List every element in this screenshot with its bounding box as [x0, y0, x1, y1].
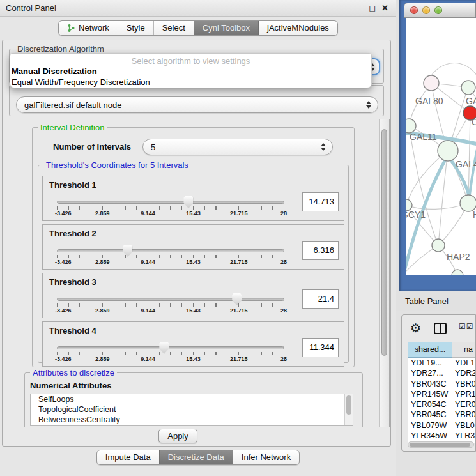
threshold-value-field[interactable]: 14.713 — [302, 192, 339, 211]
dropdown-option-manual[interactable]: Manual Discretization — [12, 66, 97, 76]
table-row[interactable]: YLR345WYLR3 — [408, 431, 476, 441]
threshold-label: Threshold 4 — [49, 326, 96, 335]
slider-track[interactable] — [57, 346, 284, 349]
tab-cyni-toolbox[interactable]: Cyni Toolbox — [194, 21, 258, 35]
table-row[interactable]: YDR27...YDR2 — [408, 368, 476, 378]
panel-scrollbar[interactable] — [379, 119, 389, 427]
network-node-green[interactable] — [432, 239, 445, 252]
numerical-attributes-list[interactable]: SelfLoopsTopologicalCoefficientBetweenne… — [30, 394, 353, 426]
cell-name[interactable]: YDL1 — [452, 358, 476, 368]
table-row[interactable]: YBR045CYBR0 — [408, 410, 476, 420]
table-data-value: galFiltered.sif default node — [24, 97, 121, 113]
threshold-slider[interactable]: -3.4262.8599.14415.4321.71528 — [57, 342, 284, 365]
dropdown-option-equal-width[interactable]: Equal Width/Frequency Discretization — [12, 77, 150, 87]
cell-name[interactable]: YLR3 — [452, 431, 476, 441]
network-window-titlebar[interactable] — [404, 3, 476, 18]
threshold-value-field[interactable]: 11.344 — [302, 338, 339, 357]
table-row[interactable]: YBR043CYBR0 — [408, 379, 476, 389]
control-panel: Control Panel ◻ ✕ NetworkStyleSelectCyni… — [0, 0, 396, 476]
tab-infer-network[interactable]: Infer Network — [233, 450, 299, 464]
cell-shared-name[interactable]: YER054C — [408, 399, 452, 410]
column-layout-icon[interactable] — [434, 323, 447, 334]
mac-zoom-icon[interactable] — [434, 6, 442, 14]
network-node-green[interactable] — [438, 141, 458, 161]
tick-label: 9.144 — [141, 259, 155, 265]
mac-minimize-icon[interactable] — [422, 6, 430, 14]
slider-track[interactable] — [57, 201, 284, 204]
table-row[interactable]: YBL079WYBL0 — [408, 420, 476, 431]
tab-impute-data[interactable]: Impute Data — [97, 450, 159, 464]
network-node-green[interactable] — [461, 81, 475, 95]
threshold-slider[interactable]: -3.4262.8599.14415.4321.71528 — [57, 196, 284, 219]
close-panel-icon[interactable]: ✕ — [381, 4, 388, 12]
attribute-item[interactable]: TopologicalCoefficient — [31, 404, 353, 415]
slider-ticks — [57, 352, 284, 355]
slider-track[interactable] — [57, 298, 284, 301]
mac-close-icon[interactable] — [410, 6, 418, 14]
tab-label: Style — [127, 21, 145, 35]
threshold-3-box: Threshold 3-3.4262.8599.14415.4321.71528… — [42, 273, 344, 318]
network-node-green[interactable] — [452, 270, 463, 275]
tick-label: 21.715 — [230, 307, 248, 314]
threshold-slider[interactable]: -3.4262.8599.14415.4321.71528 — [57, 245, 284, 268]
cell-name[interactable]: YBR0 — [452, 379, 476, 389]
threshold-label: Threshold 3 — [49, 277, 96, 287]
tick-label: 15.43 — [186, 307, 201, 314]
network-node-pink[interactable] — [424, 75, 439, 91]
tab-style[interactable]: Style — [118, 21, 153, 35]
slider-tick-labels: -3.4262.8599.14415.4321.71528 — [57, 210, 284, 217]
table-data-combobox[interactable]: galFiltered.sif default node — [16, 96, 378, 113]
cell-shared-name[interactable]: YLR345W — [408, 431, 452, 441]
network-canvas[interactable]: GAL80GACGAL11GAL4GCY1HHAP2 — [406, 18, 476, 275]
number-of-intervals-combobox[interactable]: 5 — [142, 139, 333, 155]
cell-shared-name[interactable]: YPR145W — [408, 389, 452, 399]
column-header-shared-name[interactable]: shared... — [408, 342, 452, 358]
table-row[interactable]: YER054CYER0 — [408, 399, 476, 410]
float-window-icon[interactable]: ◻ — [369, 4, 376, 12]
gear-icon[interactable]: ⚙ — [410, 320, 421, 337]
cell-shared-name[interactable]: YBR043C — [408, 379, 452, 389]
tab-jactivemnodules[interactable]: jActiveMNodules — [258, 21, 337, 35]
tick-label: 28 — [280, 356, 287, 362]
table-row[interactable]: YDL19...YDL1 — [408, 358, 476, 368]
threshold-slider[interactable]: -3.4262.8599.14415.4321.71528 — [57, 293, 284, 316]
app-root: Control Panel ◻ ✕ NetworkStyleSelectCyni… — [0, 0, 476, 476]
slider-tick-labels: -3.4262.8599.14415.4321.71528 — [57, 259, 284, 266]
table-horizontal-scrollbar[interactable] — [408, 441, 474, 448]
top-tabbar: NetworkStyleSelectCyni ToolboxjActiveMNo… — [0, 20, 396, 36]
cell-shared-name[interactable]: YBR045C — [408, 410, 452, 420]
threshold-value-field[interactable]: 6.316 — [302, 241, 339, 260]
cell-name[interactable]: YBL0 — [452, 420, 476, 431]
tab-select[interactable]: Select — [153, 21, 194, 35]
attribute-item[interactable]: SelfLoops — [31, 394, 353, 404]
apply-button[interactable]: Apply — [158, 429, 197, 443]
slider-track[interactable] — [57, 249, 284, 252]
cell-name[interactable]: YDR2 — [452, 368, 476, 378]
cell-name[interactable]: YER0 — [452, 399, 476, 410]
cell-shared-name[interactable]: YDL19... — [408, 358, 452, 368]
tick-label: 15.43 — [186, 356, 201, 362]
attribute-item[interactable]: BetweennessCentrality — [31, 415, 353, 425]
select-columns-icon[interactable]: ☑☑ — [459, 322, 474, 331]
group-title: Discretization Algorithm — [15, 44, 107, 54]
column-header-name[interactable]: na — [452, 342, 476, 358]
number-of-intervals-value: 5 — [151, 139, 155, 155]
control-panel-tabs: NetworkStyleSelectCyni ToolboxjActiveMNo… — [58, 20, 338, 36]
network-node-green[interactable] — [406, 119, 416, 133]
tab-network[interactable]: Network — [59, 21, 118, 35]
list-scrollbar[interactable] — [344, 394, 353, 425]
tick-label: 21.715 — [230, 210, 248, 217]
tab-discretize-data[interactable]: Discretize Data — [159, 450, 233, 464]
table-row[interactable]: YPR145WYPR1 — [408, 389, 476, 399]
network-window-frame: GAL80GACGAL11GAL4GCY1HHAP2 — [399, 0, 476, 291]
cell-name[interactable]: YBR0 — [452, 410, 476, 420]
threshold-value-field[interactable]: 21.4 — [302, 289, 339, 309]
tick-label: -3.426 — [55, 259, 72, 265]
cell-shared-name[interactable]: YDR27... — [408, 368, 452, 378]
cell-shared-name[interactable]: YBL079W — [408, 420, 452, 431]
tick-label: 28 — [280, 259, 287, 265]
interval-definition-group: Interval Definition Number of Intervals … — [32, 127, 355, 367]
threshold-label: Threshold 1 — [49, 180, 96, 190]
cell-name[interactable]: YPR1 — [452, 389, 476, 399]
slider-ticks — [57, 303, 284, 307]
